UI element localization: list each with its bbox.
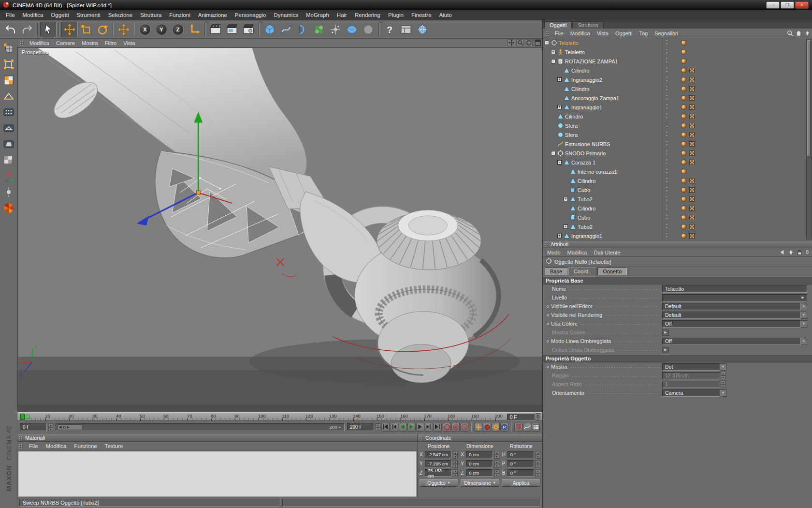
flyout-arrow-icon[interactable]: ▶ [662,347,669,353]
record-keyframe-button[interactable] [451,423,460,432]
goto-start-button[interactable] [381,423,390,432]
chevron-down-icon[interactable]: ▼ [801,303,807,310]
visibility-dots[interactable] [666,67,668,73]
uvw-tag-icon[interactable] [689,150,695,156]
object-manager-menu-file[interactable]: File [551,30,567,37]
current-frame-marker[interactable] [26,415,29,419]
section-header-propriet-base[interactable]: Proprietà Base [543,276,812,284]
rotate-tool-button[interactable] [94,22,111,37]
tree-item-cilindro[interactable]: Cilindro [543,204,812,213]
viewport-3d-scene[interactable]: y x z [18,48,542,412]
visibility-dots[interactable] [666,186,668,192]
add-modeling-button[interactable] [311,22,327,37]
aspect-ratio-input[interactable]: 1 [662,381,720,388]
object-manager-menu-vista[interactable]: Vista [594,30,612,37]
tree-item-rotazione-zampa1[interactable]: -ROTAZIONE ZAMPA1 [543,57,812,66]
tree-item-cubo[interactable]: Cubo [543,213,812,222]
uvw-tag-icon[interactable] [689,196,695,202]
material-tag-icon[interactable] [681,123,686,128]
visibility-dots[interactable] [666,85,668,91]
timeline-sheet-button[interactable] [532,423,540,432]
add-spline-button[interactable] [278,22,294,37]
up-icon[interactable] [803,30,811,37]
coordinate-posizione-z-input[interactable]: 75.153 cm [425,469,451,477]
visibility-dots[interactable] [666,94,668,100]
uvw-tag-icon[interactable] [689,132,695,137]
anim-bullet-icon[interactable] [547,366,549,368]
visibility-dots[interactable] [666,159,668,164]
uvw-tag-icon[interactable] [689,105,695,110]
section-header-propriet-oggetto[interactable]: Proprietà Oggetto [543,354,812,362]
undo-button[interactable] [2,22,19,37]
panel-grip-icon[interactable] [419,435,423,440]
prev-key-button[interactable] [390,423,398,432]
add-particle-button[interactable] [327,22,344,37]
chevron-down-icon[interactable]: ▼ [720,389,726,397]
coordinate-stepper[interactable]: ▲▼ [536,451,540,459]
tab-oggetti[interactable]: Oggetti [544,21,572,29]
ruler-frame-stepper[interactable]: ▲▼ [536,413,540,421]
chevron-down-icon[interactable]: ▼ [801,312,807,319]
visibility-dots[interactable] [666,223,668,229]
keying-options-button[interactable] [492,423,500,432]
viewport-menu-camere[interactable]: Camere [53,40,78,46]
material-tag-icon[interactable] [681,169,686,174]
visibile-nell-editor-dropdown[interactable]: Default [662,303,801,310]
coord-system-button[interactable] [186,22,203,37]
range-end-input[interactable]: 200 F [347,423,374,431]
keyframe-mode-button[interactable] [1,185,16,199]
visibility-dots[interactable] [666,177,668,183]
autokey-button[interactable] [483,423,491,432]
range-end-stepper[interactable]: ▲▼ [376,423,380,431]
uvw-tag-icon[interactable] [689,141,695,147]
last-tool-button[interactable] [116,22,132,37]
panel-grip-icon[interactable] [19,444,23,448]
timeline-slider[interactable]: ◀0 F 200 F [56,423,345,431]
add-scene-button[interactable] [344,22,360,37]
texture-mode-button[interactable] [1,73,16,88]
tree-item-cilindro[interactable]: Cilindro [543,84,812,93]
tree-item-ingranaggio1[interactable]: +Ingranaggio1 [543,103,812,112]
tree-item-ingranaggio1[interactable]: +Ingranaggio1 [543,231,812,240]
tree-item-ancoraggio-zampa1[interactable]: Ancoraggio Zampa1 [543,93,812,103]
anim-bullet-icon[interactable] [547,323,549,325]
material-tag-icon[interactable] [681,95,686,101]
next-key-button[interactable] [425,423,433,432]
object-manager-menu-oggetti[interactable]: Oggetti [612,30,636,37]
zoom-view-icon[interactable] [516,39,524,46]
make-editable-button[interactable] [1,41,16,56]
orientamento-dropdown[interactable]: Camera [662,389,720,397]
collapse-icon[interactable]: - [551,151,555,155]
material-tag-icon[interactable] [681,114,686,119]
prev-frame-button[interactable] [399,423,407,432]
uvw-tag-icon[interactable] [689,187,695,193]
workplane-mode-button[interactable] [1,89,16,104]
live-selection-button[interactable] [40,22,57,37]
record-help-button[interactable]: ? [460,423,468,432]
search-icon[interactable] [786,30,794,37]
materials-area[interactable] [18,451,417,497]
visibility-dots[interactable] [666,214,668,220]
snap-button[interactable] [514,423,522,432]
uvw-tag-icon[interactable] [689,95,695,101]
edges-mode-button[interactable] [1,121,16,135]
coordinate-posizione-x-input[interactable]: -2.547 cm [425,451,451,458]
material-tag-icon[interactable] [681,215,686,220]
panel-grip-icon[interactable] [544,242,549,247]
flyout-arrow-icon[interactable]: ▶ [802,296,804,299]
coordinate-dimensione-x-input[interactable]: 0 cm [466,451,493,458]
object-manager-menu-tag[interactable]: Tag [636,30,651,37]
back-icon[interactable] [778,249,786,256]
material-tag-icon[interactable] [681,77,686,82]
collapse-icon[interactable]: - [557,160,562,164]
material-tag-icon[interactable] [681,40,686,45]
visibility-dots[interactable] [666,131,668,137]
raggio-stepper[interactable]: ▲▼ [721,372,725,379]
visibility-dots[interactable] [666,48,668,54]
current-frame-input[interactable]: 0 F [20,423,47,431]
visibility-dots[interactable] [666,104,668,109]
fcurve-button[interactable] [523,423,531,432]
visibility-dots[interactable] [666,76,668,82]
restore-button[interactable]: ❐ [781,1,794,9]
object-manager-menu-segnalibri[interactable]: Segnalibri [651,30,682,37]
